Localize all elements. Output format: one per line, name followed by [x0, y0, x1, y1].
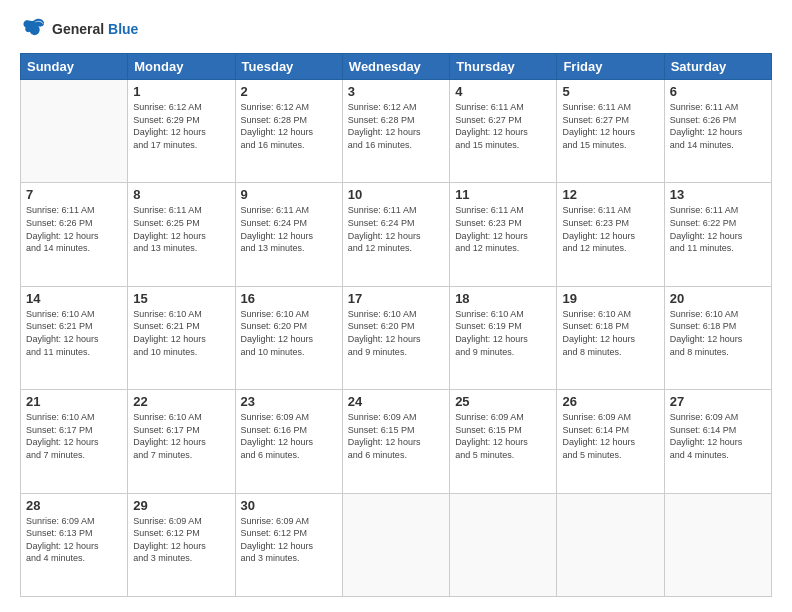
day-number: 4 — [455, 84, 551, 99]
calendar-week-row: 21Sunrise: 6:10 AM Sunset: 6:17 PM Dayli… — [21, 390, 772, 493]
table-cell: 5Sunrise: 6:11 AM Sunset: 6:27 PM Daylig… — [557, 80, 664, 183]
col-saturday: Saturday — [664, 54, 771, 80]
table-cell: 15Sunrise: 6:10 AM Sunset: 6:21 PM Dayli… — [128, 286, 235, 389]
day-info: Sunrise: 6:09 AM Sunset: 6:14 PM Dayligh… — [670, 411, 766, 461]
calendar-table: Sunday Monday Tuesday Wednesday Thursday… — [20, 53, 772, 597]
day-number: 7 — [26, 187, 122, 202]
table-cell: 8Sunrise: 6:11 AM Sunset: 6:25 PM Daylig… — [128, 183, 235, 286]
col-wednesday: Wednesday — [342, 54, 449, 80]
day-info: Sunrise: 6:10 AM Sunset: 6:21 PM Dayligh… — [26, 308, 122, 358]
table-cell — [21, 80, 128, 183]
table-cell: 7Sunrise: 6:11 AM Sunset: 6:26 PM Daylig… — [21, 183, 128, 286]
table-cell — [342, 493, 449, 596]
logo: General Blue — [20, 15, 138, 43]
col-sunday: Sunday — [21, 54, 128, 80]
day-info: Sunrise: 6:10 AM Sunset: 6:18 PM Dayligh… — [562, 308, 658, 358]
day-number: 29 — [133, 498, 229, 513]
day-number: 21 — [26, 394, 122, 409]
col-thursday: Thursday — [450, 54, 557, 80]
day-info: Sunrise: 6:10 AM Sunset: 6:20 PM Dayligh… — [241, 308, 337, 358]
table-cell: 4Sunrise: 6:11 AM Sunset: 6:27 PM Daylig… — [450, 80, 557, 183]
day-info: Sunrise: 6:12 AM Sunset: 6:28 PM Dayligh… — [241, 101, 337, 151]
logo-text: General Blue — [52, 21, 138, 37]
table-cell: 19Sunrise: 6:10 AM Sunset: 6:18 PM Dayli… — [557, 286, 664, 389]
table-cell: 30Sunrise: 6:09 AM Sunset: 6:12 PM Dayli… — [235, 493, 342, 596]
day-info: Sunrise: 6:11 AM Sunset: 6:24 PM Dayligh… — [241, 204, 337, 254]
table-cell — [557, 493, 664, 596]
table-cell: 18Sunrise: 6:10 AM Sunset: 6:19 PM Dayli… — [450, 286, 557, 389]
table-cell: 9Sunrise: 6:11 AM Sunset: 6:24 PM Daylig… — [235, 183, 342, 286]
page: General Blue Sunday Monday Tuesday Wedne… — [0, 0, 792, 612]
day-info: Sunrise: 6:10 AM Sunset: 6:19 PM Dayligh… — [455, 308, 551, 358]
table-cell: 16Sunrise: 6:10 AM Sunset: 6:20 PM Dayli… — [235, 286, 342, 389]
day-info: Sunrise: 6:10 AM Sunset: 6:21 PM Dayligh… — [133, 308, 229, 358]
header: General Blue — [20, 15, 772, 43]
day-number: 11 — [455, 187, 551, 202]
table-cell: 22Sunrise: 6:10 AM Sunset: 6:17 PM Dayli… — [128, 390, 235, 493]
table-cell: 11Sunrise: 6:11 AM Sunset: 6:23 PM Dayli… — [450, 183, 557, 286]
day-info: Sunrise: 6:12 AM Sunset: 6:28 PM Dayligh… — [348, 101, 444, 151]
logo-icon — [20, 15, 48, 43]
day-number: 16 — [241, 291, 337, 306]
table-cell: 21Sunrise: 6:10 AM Sunset: 6:17 PM Dayli… — [21, 390, 128, 493]
day-info: Sunrise: 6:10 AM Sunset: 6:18 PM Dayligh… — [670, 308, 766, 358]
day-number: 2 — [241, 84, 337, 99]
day-info: Sunrise: 6:11 AM Sunset: 6:23 PM Dayligh… — [455, 204, 551, 254]
day-number: 22 — [133, 394, 229, 409]
day-number: 20 — [670, 291, 766, 306]
day-info: Sunrise: 6:11 AM Sunset: 6:25 PM Dayligh… — [133, 204, 229, 254]
table-cell: 26Sunrise: 6:09 AM Sunset: 6:14 PM Dayli… — [557, 390, 664, 493]
day-info: Sunrise: 6:09 AM Sunset: 6:12 PM Dayligh… — [241, 515, 337, 565]
table-cell: 25Sunrise: 6:09 AM Sunset: 6:15 PM Dayli… — [450, 390, 557, 493]
table-cell: 10Sunrise: 6:11 AM Sunset: 6:24 PM Dayli… — [342, 183, 449, 286]
day-number: 27 — [670, 394, 766, 409]
day-number: 5 — [562, 84, 658, 99]
day-info: Sunrise: 6:11 AM Sunset: 6:24 PM Dayligh… — [348, 204, 444, 254]
day-number: 17 — [348, 291, 444, 306]
day-info: Sunrise: 6:09 AM Sunset: 6:15 PM Dayligh… — [455, 411, 551, 461]
day-number: 14 — [26, 291, 122, 306]
day-info: Sunrise: 6:09 AM Sunset: 6:12 PM Dayligh… — [133, 515, 229, 565]
calendar-week-row: 14Sunrise: 6:10 AM Sunset: 6:21 PM Dayli… — [21, 286, 772, 389]
calendar-week-row: 28Sunrise: 6:09 AM Sunset: 6:13 PM Dayli… — [21, 493, 772, 596]
day-info: Sunrise: 6:10 AM Sunset: 6:17 PM Dayligh… — [26, 411, 122, 461]
table-cell: 3Sunrise: 6:12 AM Sunset: 6:28 PM Daylig… — [342, 80, 449, 183]
day-info: Sunrise: 6:12 AM Sunset: 6:29 PM Dayligh… — [133, 101, 229, 151]
day-info: Sunrise: 6:11 AM Sunset: 6:26 PM Dayligh… — [670, 101, 766, 151]
table-cell: 1Sunrise: 6:12 AM Sunset: 6:29 PM Daylig… — [128, 80, 235, 183]
table-cell — [450, 493, 557, 596]
day-info: Sunrise: 6:10 AM Sunset: 6:17 PM Dayligh… — [133, 411, 229, 461]
day-info: Sunrise: 6:09 AM Sunset: 6:16 PM Dayligh… — [241, 411, 337, 461]
col-tuesday: Tuesday — [235, 54, 342, 80]
table-cell: 20Sunrise: 6:10 AM Sunset: 6:18 PM Dayli… — [664, 286, 771, 389]
day-info: Sunrise: 6:10 AM Sunset: 6:20 PM Dayligh… — [348, 308, 444, 358]
day-info: Sunrise: 6:09 AM Sunset: 6:14 PM Dayligh… — [562, 411, 658, 461]
day-number: 6 — [670, 84, 766, 99]
table-cell: 12Sunrise: 6:11 AM Sunset: 6:23 PM Dayli… — [557, 183, 664, 286]
day-number: 28 — [26, 498, 122, 513]
calendar-header-row: Sunday Monday Tuesday Wednesday Thursday… — [21, 54, 772, 80]
calendar-week-row: 1Sunrise: 6:12 AM Sunset: 6:29 PM Daylig… — [21, 80, 772, 183]
day-number: 15 — [133, 291, 229, 306]
day-number: 3 — [348, 84, 444, 99]
table-cell: 23Sunrise: 6:09 AM Sunset: 6:16 PM Dayli… — [235, 390, 342, 493]
table-cell: 28Sunrise: 6:09 AM Sunset: 6:13 PM Dayli… — [21, 493, 128, 596]
day-number: 25 — [455, 394, 551, 409]
day-number: 13 — [670, 187, 766, 202]
day-number: 18 — [455, 291, 551, 306]
table-cell: 17Sunrise: 6:10 AM Sunset: 6:20 PM Dayli… — [342, 286, 449, 389]
table-cell: 27Sunrise: 6:09 AM Sunset: 6:14 PM Dayli… — [664, 390, 771, 493]
day-number: 1 — [133, 84, 229, 99]
day-number: 24 — [348, 394, 444, 409]
day-number: 26 — [562, 394, 658, 409]
table-cell: 6Sunrise: 6:11 AM Sunset: 6:26 PM Daylig… — [664, 80, 771, 183]
day-number: 9 — [241, 187, 337, 202]
table-cell: 24Sunrise: 6:09 AM Sunset: 6:15 PM Dayli… — [342, 390, 449, 493]
day-number: 10 — [348, 187, 444, 202]
day-number: 8 — [133, 187, 229, 202]
day-info: Sunrise: 6:11 AM Sunset: 6:26 PM Dayligh… — [26, 204, 122, 254]
day-number: 19 — [562, 291, 658, 306]
day-info: Sunrise: 6:11 AM Sunset: 6:27 PM Dayligh… — [562, 101, 658, 151]
table-cell: 2Sunrise: 6:12 AM Sunset: 6:28 PM Daylig… — [235, 80, 342, 183]
day-number: 30 — [241, 498, 337, 513]
